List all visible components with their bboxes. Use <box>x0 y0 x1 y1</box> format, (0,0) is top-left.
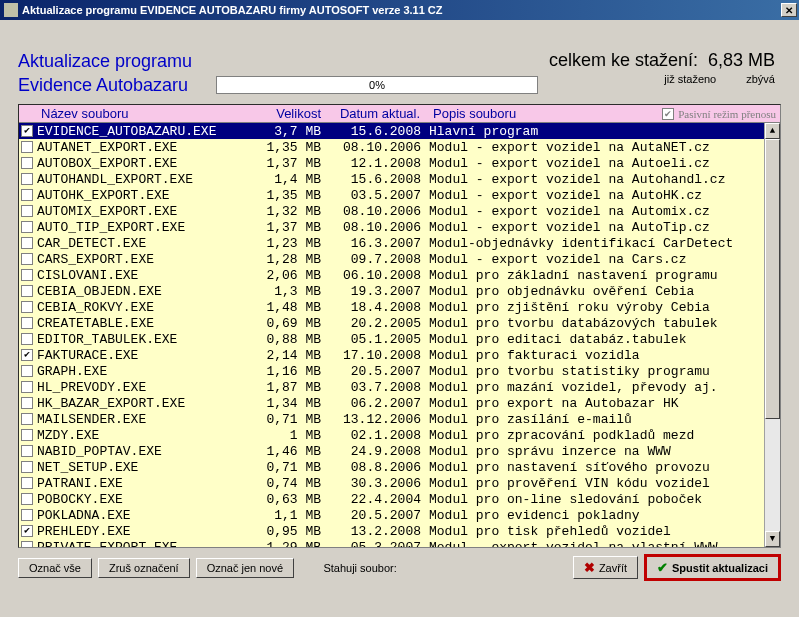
table-row[interactable]: CARS_EXPORT.EXE1,28 MB09.7.2008Modul - e… <box>19 251 780 267</box>
row-checkbox[interactable] <box>21 509 33 521</box>
row-checkbox[interactable] <box>21 125 33 137</box>
row-desc: Modul pro fakturaci vozidla <box>429 348 780 363</box>
table-row[interactable]: AUTOBOX_EXPORT.EXE1,37 MB12.1.2008Modul … <box>19 155 780 171</box>
row-checkbox[interactable] <box>21 493 33 505</box>
header-line1: Aktualizace programu <box>18 50 538 72</box>
table-row[interactable]: CAR_DETECT.EXE1,23 MB16.3.2007Modul-obje… <box>19 235 780 251</box>
scroll-up-icon[interactable]: ▲ <box>765 123 780 139</box>
list-header: Název souboru Velikost Datum aktual. Pop… <box>19 105 780 123</box>
table-row[interactable]: EVIDENCE_AUTOBAZARU.EXE3,7 MB15.6.2008Hl… <box>19 123 780 139</box>
row-date: 09.7.2008 <box>331 252 429 267</box>
row-checkbox[interactable] <box>21 157 33 169</box>
close-icon[interactable]: ✕ <box>781 3 797 17</box>
table-row[interactable]: AUTO_TIP_EXPORT.EXE1,37 MB08.10.2006Modu… <box>19 219 780 235</box>
row-checkbox[interactable] <box>21 525 33 537</box>
table-row[interactable]: AUTOHANDL_EXPORT.EXE1,4 MB15.6.2008Modul… <box>19 171 780 187</box>
row-desc: Modul - export vozidel na AutoHK.cz <box>429 188 780 203</box>
col-name[interactable]: Název souboru <box>37 106 253 121</box>
select-new-button[interactable]: Označ jen nové <box>196 558 294 578</box>
row-checkbox[interactable] <box>21 173 33 185</box>
row-size: 0,71 MB <box>253 412 331 427</box>
row-desc: Modul pro nastavení síťového provozu <box>429 460 780 475</box>
table-row[interactable]: PATRANI.EXE0,74 MB30.3.2006Modul pro pro… <box>19 475 780 491</box>
table-row[interactable]: CEBIA_OBJEDN.EXE1,3 MB19.3.2007Modul pro… <box>19 283 780 299</box>
table-row[interactable]: CREATETABLE.EXE0,69 MB20.2.2005Modul pro… <box>19 315 780 331</box>
row-checkbox[interactable] <box>21 381 33 393</box>
table-row[interactable]: AUTOMIX_EXPORT.EXE1,32 MB08.10.2006Modul… <box>19 203 780 219</box>
table-row[interactable]: NET_SETUP.EXE0,71 MB08.8.2006Modul pro n… <box>19 459 780 475</box>
table-row[interactable]: MAILSENDER.EXE0,71 MB13.12.2006Modul pro… <box>19 411 780 427</box>
row-size: 1,16 MB <box>253 364 331 379</box>
col-desc[interactable]: Popis souboru <box>429 106 658 121</box>
table-row[interactable]: HL_PREVODY.EXE1,87 MB03.7.2008Modul pro … <box>19 379 780 395</box>
row-desc: Modul pro export na Autobazar HK <box>429 396 780 411</box>
row-date: 24.9.2008 <box>331 444 429 459</box>
row-size: 2,14 MB <box>253 348 331 363</box>
row-checkbox[interactable] <box>21 317 33 329</box>
file-list: Název souboru Velikost Datum aktual. Pop… <box>18 104 781 548</box>
row-checkbox[interactable] <box>21 429 33 441</box>
row-size: 0,95 MB <box>253 524 331 539</box>
table-row[interactable]: CISLOVANI.EXE2,06 MB06.10.2008Modul pro … <box>19 267 780 283</box>
table-row[interactable]: GRAPH.EXE1,16 MB20.5.2007Modul pro tvorb… <box>19 363 780 379</box>
passive-checkbox[interactable] <box>662 108 674 120</box>
row-size: 1,28 MB <box>253 252 331 267</box>
row-checkbox[interactable] <box>21 477 33 489</box>
row-name: CEBIA_OBJEDN.EXE <box>37 284 253 299</box>
row-checkbox[interactable] <box>21 205 33 217</box>
row-name: POKLADNA.EXE <box>37 508 253 523</box>
row-checkbox[interactable] <box>21 413 33 425</box>
row-desc: Modul pro zpracování podkladů mezd <box>429 428 780 443</box>
row-checkbox[interactable] <box>21 141 33 153</box>
select-all-button[interactable]: Označ vše <box>18 558 92 578</box>
run-update-button[interactable]: ✔ Spustit aktualizaci <box>644 554 781 581</box>
row-name: MZDY.EXE <box>37 428 253 443</box>
row-checkbox[interactable] <box>21 237 33 249</box>
list-body[interactable]: EVIDENCE_AUTOBAZARU.EXE3,7 MB15.6.2008Hl… <box>19 123 780 547</box>
row-checkbox[interactable] <box>21 333 33 345</box>
row-name: CEBIA_ROKVY.EXE <box>37 300 253 315</box>
table-row[interactable]: PRIVATE_EXPORT.EXE1,29 MB05.3.2007Modul … <box>19 539 780 547</box>
table-row[interactable]: POBOCKY.EXE0,63 MB22.4.2004Modul pro on-… <box>19 491 780 507</box>
table-row[interactable]: CEBIA_ROKVY.EXE1,48 MB18.4.2008Modul pro… <box>19 299 780 315</box>
table-row[interactable]: AUTOHK_EXPORT.EXE1,35 MB03.5.2007Modul -… <box>19 187 780 203</box>
row-size: 1 MB <box>253 428 331 443</box>
row-size: 0,88 MB <box>253 332 331 347</box>
progress-bar: 0% <box>216 76 538 94</box>
row-checkbox[interactable] <box>21 253 33 265</box>
table-row[interactable]: NABID_POPTAV.EXE1,46 MB24.9.2008Modul pr… <box>19 443 780 459</box>
table-row[interactable]: HK_BAZAR_EXPORT.EXE1,34 MB06.2.2007Modul… <box>19 395 780 411</box>
row-checkbox[interactable] <box>21 285 33 297</box>
table-row[interactable]: PREHLEDY.EXE0,95 MB13.2.2008Modul pro ti… <box>19 523 780 539</box>
row-size: 1,37 MB <box>253 220 331 235</box>
table-row[interactable]: EDITOR_TABULEK.EXE0,88 MB05.1.2005Modul … <box>19 331 780 347</box>
row-checkbox[interactable] <box>21 301 33 313</box>
col-date[interactable]: Datum aktual. <box>331 106 429 121</box>
table-row[interactable]: POKLADNA.EXE1,1 MB20.5.2007Modul pro evi… <box>19 507 780 523</box>
row-checkbox[interactable] <box>21 349 33 361</box>
row-checkbox[interactable] <box>21 269 33 281</box>
row-checkbox[interactable] <box>21 189 33 201</box>
scroll-down-icon[interactable]: ▼ <box>765 531 780 547</box>
row-desc: Modul - export vozidel na Automix.cz <box>429 204 780 219</box>
table-row[interactable]: AUTANET_EXPORT.EXE1,35 MB08.10.2006Modul… <box>19 139 780 155</box>
row-checkbox[interactable] <box>21 365 33 377</box>
row-date: 03.5.2007 <box>331 188 429 203</box>
row-checkbox[interactable] <box>21 445 33 457</box>
row-desc: Modul - export vozidel na AutoTip.cz <box>429 220 780 235</box>
table-row[interactable]: FAKTURACE.EXE2,14 MB17.10.2008Modul pro … <box>19 347 780 363</box>
scroll-thumb[interactable] <box>765 139 780 419</box>
row-checkbox[interactable] <box>21 541 33 547</box>
scrollbar[interactable]: ▲ ▼ <box>764 123 780 547</box>
row-checkbox[interactable] <box>21 397 33 409</box>
col-size[interactable]: Velikost <box>253 106 331 121</box>
table-row[interactable]: MZDY.EXE1 MB02.1.2008Modul pro zpracován… <box>19 427 780 443</box>
deselect-button[interactable]: Zruš označení <box>98 558 190 578</box>
row-checkbox[interactable] <box>21 461 33 473</box>
app-icon <box>4 3 18 17</box>
row-checkbox[interactable] <box>21 221 33 233</box>
row-date: 13.12.2006 <box>331 412 429 427</box>
row-name: POBOCKY.EXE <box>37 492 253 507</box>
close-button[interactable]: ✖ Zavřít <box>573 556 638 579</box>
row-size: 1,35 MB <box>253 188 331 203</box>
